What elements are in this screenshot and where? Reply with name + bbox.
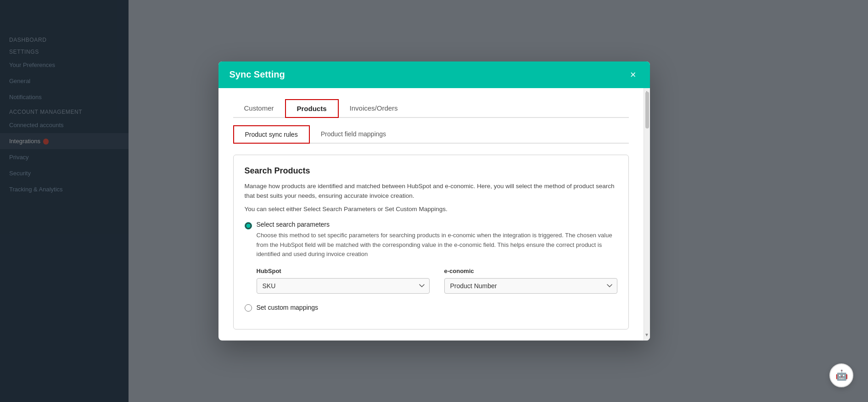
modal-overlay: Sync Setting × Customer Products Invoice… [0, 0, 868, 402]
economic-select[interactable]: Product Number Product Name Barcode [444, 278, 617, 294]
radio-custom-mappings-label: Set custom mappings [257, 304, 319, 311]
chat-bot-button[interactable]: 🤖 [829, 363, 853, 387]
economic-label: e-conomic [444, 268, 617, 274]
search-products-desc1: Manage how products are identified and m… [245, 181, 617, 201]
radio-search-params-label: Select search parameters [257, 221, 617, 228]
scrollbar-thumb[interactable] [645, 92, 649, 128]
chat-bot-icon: 🤖 [835, 369, 848, 381]
tab-customer[interactable]: Customer [233, 99, 285, 118]
scrollbar-down-arrow[interactable]: ▼ [644, 331, 650, 339]
radio-search-params-desc: Choose this method to set specific param… [257, 231, 617, 259]
secondary-tabs: Product sync rules Product field mapping… [233, 125, 629, 144]
tab-product-sync-rules[interactable]: Product sync rules [233, 125, 310, 144]
modal-header: Sync Setting × [218, 61, 650, 88]
tab-invoices[interactable]: Invoices/Orders [339, 99, 409, 118]
radio-search-params-input[interactable] [245, 222, 252, 229]
radio-option-custom-mappings: Set custom mappings [245, 303, 617, 312]
modal-title: Sync Setting [230, 69, 285, 80]
economic-col: e-conomic Product Number Product Name Ba… [444, 268, 617, 294]
hubspot-select[interactable]: SKU Product Name Product ID [257, 278, 430, 294]
hubspot-label: HubSpot [257, 268, 430, 274]
radio-custom-mappings-input[interactable] [245, 304, 252, 312]
field-mapping-row: HubSpot SKU Product Name Product ID e-co… [257, 268, 617, 294]
search-products-section: Search Products Manage how products are … [233, 155, 629, 330]
hubspot-col: HubSpot SKU Product Name Product ID [257, 268, 430, 294]
tab-products[interactable]: Products [285, 99, 339, 118]
tab-product-field-mappings[interactable]: Product field mappings [310, 125, 397, 144]
radio-option-search-params: Select search parameters Choose this met… [245, 221, 617, 294]
modal-close-button[interactable]: × [627, 69, 639, 81]
sync-setting-modal: Sync Setting × Customer Products Invoice… [218, 61, 650, 341]
modal-scrollbar[interactable]: ▲ ▼ [644, 88, 650, 341]
primary-tabs: Customer Products Invoices/Orders [233, 99, 629, 118]
search-products-title: Search Products [245, 166, 617, 176]
modal-body: Customer Products Invoices/Orders Produc… [218, 88, 650, 341]
search-products-desc2: You can select either Select Search Para… [245, 206, 617, 212]
modal-scroll-area[interactable]: Customer Products Invoices/Orders Produc… [218, 88, 644, 341]
